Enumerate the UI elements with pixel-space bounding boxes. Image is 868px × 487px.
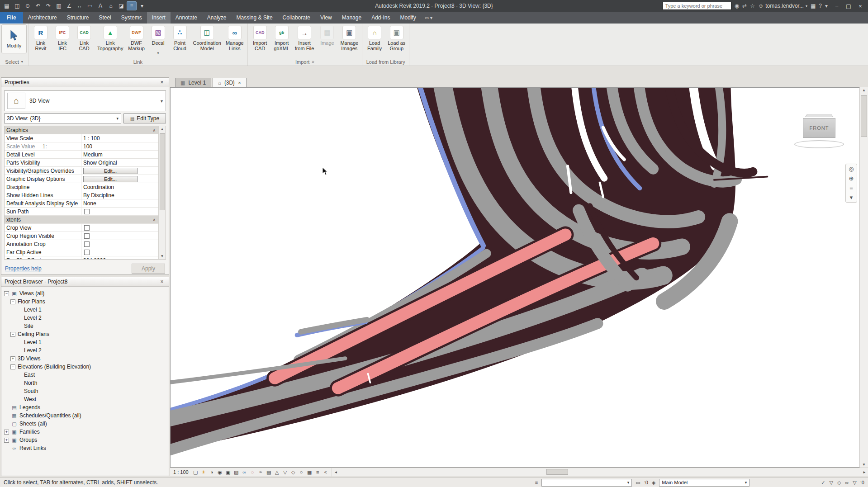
- tab-manage[interactable]: Manage: [337, 12, 366, 24]
- scrollbar-thumb[interactable]: [861, 95, 867, 137]
- tree-item-site[interactable]: Site: [1, 322, 169, 330]
- viewcube-compass-ring[interactable]: [794, 140, 844, 148]
- image-button[interactable]: ▦Image: [316, 24, 338, 52]
- show-crop-region-icon[interactable]: ▧: [232, 469, 240, 476]
- tab-architecture[interactable]: Architecture: [23, 12, 62, 24]
- section-icon[interactable]: ◪: [116, 1, 126, 10]
- link-panel-label[interactable]: Link: [30, 58, 246, 66]
- default-3d-view-icon[interactable]: ⌂: [106, 1, 116, 10]
- tree-item-south[interactable]: South: [1, 387, 169, 395]
- visual-style-icon[interactable]: ▢: [192, 469, 199, 476]
- load-family-button[interactable]: ⌂LoadFamily: [364, 24, 385, 52]
- tab-collaborate[interactable]: Collaborate: [278, 12, 315, 24]
- close-icon[interactable]: ×: [158, 279, 166, 285]
- editable-items-icon[interactable]: ▭: [636, 480, 640, 486]
- text-icon[interactable]: A: [95, 1, 105, 10]
- sun-settings-icon[interactable]: ☀: [200, 469, 208, 476]
- reveal-hidden-elements-icon[interactable]: ◌: [249, 469, 256, 476]
- scroll-right-icon[interactable]: ►: [861, 468, 868, 477]
- property-value[interactable]: Medium: [81, 151, 158, 158]
- maximize-icon[interactable]: ▢: [843, 3, 854, 9]
- worksets-select[interactable]: ▾: [541, 479, 632, 487]
- worksets-icon[interactable]: ≡: [535, 480, 538, 485]
- scroll-up-icon[interactable]: ▲: [161, 127, 164, 131]
- tree-item-level-2[interactable]: Level 2: [1, 346, 169, 355]
- tree-item-families[interactable]: +▣Families: [1, 428, 169, 436]
- close-icon[interactable]: ×: [238, 80, 241, 85]
- property-value[interactable]: 304.8000: [81, 257, 158, 260]
- checkbox[interactable]: [84, 209, 90, 214]
- tree-item-sheets-all[interactable]: ▢Sheets (all): [1, 420, 169, 428]
- apply-button[interactable]: Apply: [132, 264, 165, 274]
- rendering-dialog-icon[interactable]: ◉: [216, 469, 224, 476]
- scroll-left-icon[interactable]: ◄: [332, 468, 339, 477]
- undo-icon[interactable]: ↶: [33, 1, 43, 10]
- search-binoculars-icon[interactable]: ◉: [735, 3, 739, 9]
- collapse-icon[interactable]: −: [10, 299, 15, 304]
- horizontal-scrollbar[interactable]: ◄ ►: [332, 468, 868, 477]
- manage-images-button[interactable]: ▣ManageImages: [338, 24, 360, 52]
- load-from-library-panel-label[interactable]: Load from Library: [364, 58, 408, 66]
- view-tab-3d[interactable]: ⌂ {3D} ×: [213, 78, 246, 87]
- expand-icon[interactable]: +: [4, 438, 9, 443]
- measure-icon[interactable]: ∠: [64, 1, 74, 10]
- property-section[interactable]: xtents∧: [5, 216, 158, 224]
- link-revit-button[interactable]: RLinkRevit: [30, 24, 52, 52]
- tag-by-category-icon[interactable]: ▭: [85, 1, 95, 10]
- tree-item-east[interactable]: East: [1, 371, 169, 379]
- tree-item-groups[interactable]: +▣Groups: [1, 436, 169, 444]
- property-value[interactable]: Show Original: [81, 160, 158, 166]
- qat-customize-icon[interactable]: ▾: [137, 1, 147, 10]
- show-analytical-model-icon[interactable]: △: [273, 469, 281, 476]
- navigation-wheel-icon[interactable]: ◎: [849, 166, 854, 172]
- checkbox[interactable]: [84, 225, 90, 231]
- select-panel-label[interactable]: Select ▾: [1, 58, 27, 66]
- pan-icon[interactable]: ≡: [849, 185, 853, 191]
- tab-steel[interactable]: Steel: [94, 12, 116, 24]
- help-icon[interactable]: ?: [819, 3, 822, 9]
- viewcube-front-face[interactable]: FRONT: [803, 118, 835, 138]
- property-value[interactable]: None: [81, 200, 158, 207]
- tab-modify[interactable]: Modify: [395, 12, 421, 24]
- link-topography-button[interactable]: ▲LinkTopography: [95, 24, 126, 52]
- instance-selector[interactable]: 3D View: {3D} ▾: [4, 113, 121, 123]
- temporary-view-properties-icon[interactable]: ▤: [265, 469, 273, 476]
- decal-button[interactable]: ▧Decal ▾: [147, 24, 169, 57]
- panel-expander-icon[interactable]: »: [312, 59, 314, 64]
- property-value[interactable]: Coordination: [81, 184, 158, 190]
- view-scale-button[interactable]: 1 : 100: [173, 469, 189, 475]
- shadows-icon[interactable]: ◑: [208, 469, 216, 476]
- save-icon[interactable]: ◫: [12, 1, 22, 10]
- scrollbar-thumb[interactable]: [546, 469, 568, 475]
- design-options-icon[interactable]: ◈: [652, 480, 655, 486]
- viewcube[interactable]: FRONT: [803, 113, 835, 148]
- open-icon[interactable]: ▤: [2, 1, 12, 10]
- tab-annotate[interactable]: Annotate: [171, 12, 202, 24]
- tab-file[interactable]: File: [0, 12, 23, 24]
- link-cad-button[interactable]: CADLinkCAD: [73, 24, 95, 52]
- property-value[interactable]: By Discipline: [81, 192, 158, 199]
- point-cloud-button[interactable]: ∴PointCloud: [169, 24, 191, 52]
- background-icon[interactable]: ▦: [306, 469, 313, 476]
- checkbox[interactable]: [84, 233, 90, 239]
- load-as-group-button[interactable]: ▣Load asGroup: [385, 24, 408, 52]
- tree-item-level-1[interactable]: Level 1: [1, 338, 169, 346]
- tree-item-schedules-quantities-all[interactable]: ▦Schedules/Quantities (all): [1, 411, 169, 420]
- import-cad-button[interactable]: CADImportCAD: [249, 24, 271, 52]
- coordination-model-button[interactable]: ◫CoordinationModel: [191, 24, 223, 52]
- thin-lines-icon[interactable]: ≡: [127, 1, 137, 10]
- edit-button[interactable]: Edit...: [83, 176, 138, 182]
- tab-structure[interactable]: Structure: [62, 12, 94, 24]
- displacement-icon[interactable]: ○: [298, 469, 305, 476]
- tree-item-north[interactable]: North: [1, 379, 169, 387]
- edit-type-button[interactable]: ▤ Edit Type: [123, 113, 166, 123]
- temporary-hide-isolate-icon[interactable]: ∞: [241, 469, 248, 476]
- tree-item-views-all[interactable]: −▣Views (all): [1, 289, 169, 298]
- scroll-down-icon[interactable]: ▼: [161, 254, 164, 258]
- properties-help-link[interactable]: Properties help: [5, 265, 42, 272]
- property-value[interactable]: 100: [81, 143, 158, 150]
- exclude-options-icon[interactable]: ▽: [830, 480, 833, 486]
- chevron-down-icon[interactable]: ▾: [161, 99, 163, 104]
- tree-item-elevations-building-elevation[interactable]: −Elevations (Building Elevation): [1, 363, 169, 371]
- design-options-select[interactable]: Main Model ▾: [659, 479, 749, 487]
